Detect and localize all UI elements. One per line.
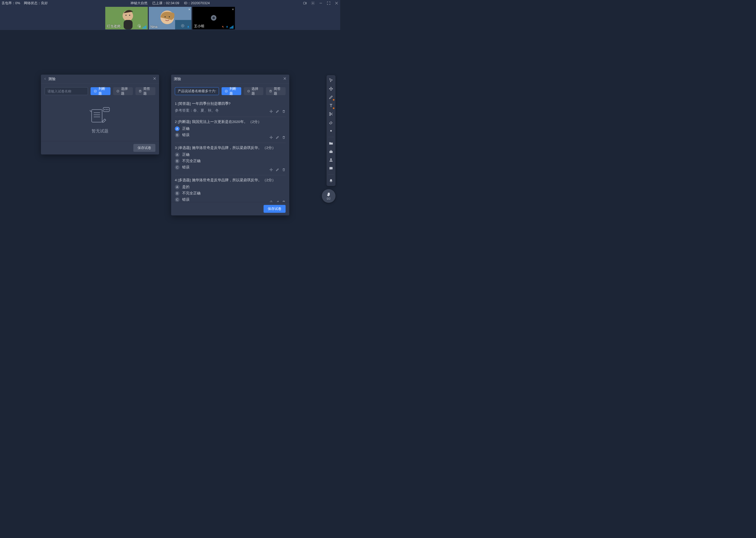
close-icon[interactable] — [334, 1, 339, 5]
delete-icon[interactable] — [282, 168, 286, 172]
option-text: 正确 — [182, 152, 190, 157]
svg-point-16 — [182, 25, 183, 26]
raise-hand-fab[interactable]: 0/2 — [322, 189, 336, 203]
question-option[interactable]: A正确 — [175, 152, 286, 157]
question-title: 3 [单选题] 施华洛世奇是反华品牌，所以梁鼎琪反华。 （2分） — [175, 145, 286, 150]
folder-tool-icon[interactable] — [328, 140, 334, 146]
option-text: 错误 — [182, 133, 190, 137]
edit-icon[interactable] — [276, 200, 279, 202]
video-tile-student-off[interactable]: × 王小明 — [192, 7, 235, 29]
raise-hand-count: 0/2 — [327, 197, 330, 200]
question-actions — [269, 110, 286, 114]
fullscreen-icon[interactable] — [327, 1, 331, 5]
question-title: 4 [多选题] 施华洛世奇是反华品牌，所以梁鼎琪反华。 （2分） — [175, 178, 286, 183]
svg-point-29 — [106, 109, 107, 110]
question-actions — [269, 200, 286, 202]
pointer-tool-icon[interactable] — [328, 77, 334, 83]
participant-name: Nina — [150, 25, 158, 28]
video-tile-student[interactable]: × Nina — [149, 7, 191, 29]
tile-close-icon[interactable]: × — [188, 7, 190, 11]
save-quiz-button[interactable]: 保存试卷 — [263, 205, 286, 213]
pin-icon — [181, 24, 185, 28]
pen-tool-icon[interactable] — [328, 94, 334, 100]
mic-icon — [138, 26, 141, 28]
audio-level-icon — [143, 26, 146, 28]
right-toolbar — [327, 75, 336, 186]
drag-icon[interactable] — [269, 135, 273, 140]
session-id: ID：2020070324 — [184, 1, 210, 6]
svg-point-15 — [181, 25, 184, 27]
btn-short-answer[interactable]: 简答题 — [266, 87, 286, 95]
option-text: 正确 — [182, 126, 190, 131]
participant-name: 叮当老师 — [107, 24, 120, 28]
svg-point-30 — [108, 109, 108, 110]
back-icon[interactable] — [44, 77, 47, 81]
question-actions — [269, 168, 286, 172]
btn-judge[interactable]: 判断题 — [91, 87, 111, 95]
question-option[interactable]: B不完全正确 — [175, 159, 286, 163]
svg-point-6 — [129, 15, 130, 16]
edit-icon[interactable] — [276, 135, 279, 140]
svg-rect-22 — [227, 26, 228, 27]
brightness-tool-icon[interactable] — [328, 128, 334, 134]
svg-point-41 — [331, 168, 331, 169]
svg-point-19 — [213, 17, 215, 19]
toolbox-tool-icon[interactable] — [328, 148, 334, 155]
option-key: B — [175, 133, 179, 137]
question-option[interactable]: C错误 — [175, 197, 286, 202]
camera-toggle-icon[interactable] — [303, 1, 307, 5]
btn-choice[interactable]: 选择题 — [113, 87, 133, 95]
drag-icon[interactable] — [269, 200, 273, 202]
option-key: A — [175, 185, 179, 189]
option-text: 错误 — [182, 165, 190, 170]
save-quiz-button[interactable]: 保存试卷 — [133, 144, 155, 152]
delete-icon[interactable] — [282, 135, 286, 140]
tile-close-icon[interactable]: × — [232, 7, 234, 11]
svg-point-28 — [105, 109, 105, 110]
question-option[interactable]: B不完全正确 — [175, 191, 286, 196]
panel-close-icon[interactable] — [283, 77, 287, 81]
minimize-icon[interactable] — [319, 1, 323, 5]
text-tool-icon[interactable] — [328, 102, 334, 109]
btn-judge[interactable]: 判断题 — [221, 87, 241, 95]
drag-icon[interactable] — [269, 168, 273, 172]
edit-icon[interactable] — [276, 168, 279, 172]
packet-loss: 丢包率：0% — [2, 1, 20, 6]
quiz-panel-empty: 测验 判断题 选择题 简答题 暂无试题 保存试卷 — [41, 75, 159, 154]
edit-icon[interactable] — [276, 110, 279, 114]
camera-off-icon — [210, 14, 217, 23]
eraser-tool-icon[interactable] — [328, 119, 334, 126]
class-elapsed: 已上课：02:34:09 — [152, 1, 179, 6]
question-option[interactable]: B错误 — [175, 133, 286, 137]
option-key: A — [175, 126, 179, 131]
btn-choice[interactable]: 选择题 — [244, 87, 263, 95]
btn-short-answer[interactable]: 简答题 — [135, 87, 155, 95]
quiz-name-input[interactable] — [175, 87, 219, 95]
panel-title: 测验 — [174, 77, 181, 81]
delete-icon[interactable] — [282, 200, 286, 202]
quiz-name-input[interactable] — [45, 87, 88, 95]
participant-name: 王小明 — [194, 24, 204, 28]
svg-point-13 — [165, 16, 165, 17]
settings-icon[interactable] — [311, 1, 315, 5]
svg-point-14 — [169, 16, 170, 17]
empty-state: 暂无试题 — [45, 99, 155, 141]
question-item: 4 [多选题] 施华洛世奇是反华品牌，所以梁鼎琪反华。 （2分）A是的B不完全正… — [175, 175, 286, 202]
drag-icon[interactable] — [269, 110, 273, 114]
svg-rect-9 — [140, 26, 140, 27]
question-option[interactable]: A正确 — [175, 126, 286, 131]
quiz-panel-filled: 测验 判断题 选择题 简答题 1 [简答题] 一年四季分别是哪四季?参考答案：春… — [171, 75, 289, 215]
delete-icon[interactable] — [282, 110, 286, 114]
question-title: 1 [简答题] 一年四季分别是哪四季? — [175, 101, 286, 106]
svg-rect-31 — [225, 90, 227, 92]
move-tool-icon[interactable] — [328, 86, 334, 92]
video-tile-teacher[interactable]: 叮当老师 — [105, 7, 148, 29]
svg-rect-4 — [124, 20, 132, 29]
bell-tool-icon[interactable] — [328, 178, 334, 184]
scissors-tool-icon[interactable] — [328, 111, 334, 117]
user-tool-icon[interactable] — [328, 157, 334, 163]
chat-tool-icon[interactable] — [328, 165, 334, 172]
panel-close-icon[interactable] — [153, 77, 157, 81]
question-option[interactable]: A是的 — [175, 185, 286, 189]
question-option[interactable]: C错误 — [175, 165, 286, 170]
